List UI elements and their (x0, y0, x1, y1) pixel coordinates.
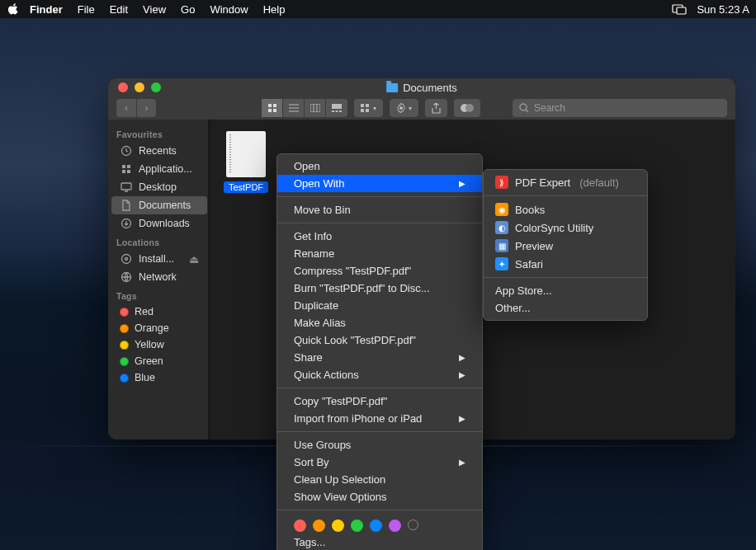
sidebar-item-green[interactable]: Green (111, 353, 207, 369)
context-menu-item[interactable]: Open (277, 157, 482, 175)
apple-logo-icon[interactable] (8, 3, 20, 15)
tag-color-button[interactable] (389, 519, 401, 532)
sidebar-item-label: Red (135, 306, 154, 317)
context-menu-item[interactable]: Quick Actions▶ (277, 366, 482, 383)
docs-icon (120, 199, 133, 212)
group-by-button[interactable]: ▾ (354, 99, 383, 117)
close-button[interactable] (118, 82, 128, 92)
context-menu-item[interactable]: Get Info (277, 228, 482, 245)
tag-add-button[interactable] (408, 519, 418, 530)
sidebar-item-downloads[interactable]: Downloads (111, 214, 207, 233)
svg-rect-2 (268, 104, 272, 107)
sidebar-item-blue[interactable]: Blue (111, 369, 207, 386)
sidebar-item-network[interactable]: Network (111, 268, 207, 286)
sidebar-item-red[interactable]: Red (111, 303, 207, 320)
context-menu-tags-item[interactable]: Tags... (277, 534, 482, 550)
menu-view[interactable]: View (143, 3, 166, 16)
submenu-item-label: Preview (515, 240, 553, 252)
context-menu-item[interactable]: Import from iPhone or iPad▶ (277, 410, 482, 427)
context-menu-item-label: Move to Bin (294, 204, 351, 216)
submenu-item[interactable]: ▦Preview (484, 237, 647, 255)
titlebar: Documents ‹ › ▾ ▾ Search (108, 78, 735, 120)
context-menu-item[interactable]: Compress "TestPDF.pdf" (277, 262, 482, 280)
app-icon: ◉ (495, 203, 508, 216)
context-menu-item[interactable]: Share▶ (277, 349, 482, 366)
svg-rect-14 (336, 110, 338, 112)
svg-rect-16 (361, 104, 364, 107)
tag-color-button[interactable] (313, 519, 325, 532)
svg-point-31 (122, 255, 131, 264)
folder-icon (386, 83, 398, 92)
menu-edit[interactable]: Edit (110, 3, 128, 16)
context-menu-item[interactable]: Duplicate (277, 297, 482, 314)
context-menu-item-label: Share (294, 351, 323, 364)
sidebar-item-desktop[interactable]: Desktop (111, 178, 207, 196)
back-button[interactable]: ‹ (116, 99, 136, 117)
sidebar-item-recents[interactable]: Recents (111, 142, 207, 160)
menu-help[interactable]: Help (263, 3, 286, 16)
submenu-item[interactable]: App Store... (484, 282, 647, 299)
svg-line-22 (526, 110, 528, 112)
tag-color-button[interactable] (332, 519, 344, 532)
context-menu-item[interactable]: Make Alias (277, 314, 482, 331)
context-menu-item[interactable]: Clean Up Selection (277, 471, 482, 488)
list-view-button[interactable] (283, 99, 305, 117)
gallery-view-button[interactable] (326, 99, 347, 117)
network-icon (120, 270, 133, 284)
submenu-item[interactable]: ⟫PDF Expert(default) (484, 173, 647, 191)
svg-rect-26 (122, 170, 125, 173)
apps-icon (120, 162, 133, 176)
menubar-app-name[interactable]: Finder (30, 3, 63, 16)
eject-icon[interactable]: ⏏ (189, 253, 199, 266)
tag-color-button[interactable] (351, 519, 363, 532)
sidebar-item-documents[interactable]: Documents (111, 196, 207, 214)
submenu-item[interactable]: ✦Safari (484, 255, 647, 273)
submenu-item[interactable]: ◐ColorSync Utility (484, 219, 647, 237)
sidebar-item-orange[interactable]: Orange (111, 320, 207, 336)
maximize-button[interactable] (151, 82, 161, 92)
svg-rect-25 (127, 165, 130, 168)
sidebar-item-yellow[interactable]: Yellow (111, 336, 207, 353)
context-menu-item[interactable]: Use Groups (277, 436, 482, 454)
file-item[interactable]: TestPDF (223, 131, 269, 193)
icon-view-button[interactable] (262, 99, 283, 117)
search-input[interactable]: Search (513, 99, 727, 117)
forward-button[interactable]: › (136, 99, 156, 117)
submenu-item-label: App Store... (495, 284, 552, 297)
share-button[interactable] (425, 99, 447, 117)
tag-color-button[interactable] (370, 519, 382, 532)
svg-rect-15 (339, 110, 342, 112)
context-menu-item-label: Duplicate (294, 299, 338, 312)
search-placeholder: Search (534, 102, 565, 114)
sidebar-item-install-[interactable]: Install...⏏ (111, 250, 207, 268)
menu-window[interactable]: Window (210, 3, 248, 16)
tags-button[interactable] (454, 99, 480, 117)
tag-dot-icon (120, 308, 129, 317)
menu-go[interactable]: Go (181, 3, 195, 16)
minimize-button[interactable] (135, 82, 144, 92)
chevron-right-icon: ▶ (459, 458, 465, 467)
downloads-icon (120, 217, 133, 230)
sidebar-item-label: Network (139, 271, 177, 283)
context-menu-item[interactable]: Rename (277, 245, 482, 262)
tag-color-button[interactable] (294, 519, 306, 532)
window-title-label: Documents (403, 82, 457, 94)
app-icon: ◐ (495, 221, 508, 234)
context-menu-item[interactable]: Quick Look "TestPDF.pdf" (277, 331, 482, 349)
submenu-item[interactable]: ◉Books (484, 200, 647, 219)
context-menu-item[interactable]: Move to Bin (277, 201, 482, 219)
submenu-item[interactable]: Other... (484, 299, 647, 317)
context-menu-item[interactable]: Sort By▶ (277, 454, 482, 471)
sidebar-item-applicatio-[interactable]: Applicatio... (111, 160, 207, 178)
context-menu-item[interactable]: Open With▶ (277, 175, 482, 192)
menubar-clock[interactable]: Sun 5:23 A (697, 3, 749, 16)
context-menu-item[interactable]: Copy "TestPDF.pdf" (277, 393, 482, 410)
screen-mirroring-icon[interactable] (672, 4, 687, 15)
menu-file[interactable]: File (78, 3, 95, 16)
context-menu-item-label: Open With (294, 177, 344, 190)
action-button[interactable]: ▾ (390, 99, 418, 117)
context-menu-item[interactable]: Show View Options (277, 488, 482, 505)
column-view-button[interactable] (305, 99, 326, 117)
context-menu-item-label: Compress "TestPDF.pdf" (294, 265, 411, 277)
context-menu-item[interactable]: Burn "TestPDF.pdf" to Disc... (277, 280, 482, 297)
